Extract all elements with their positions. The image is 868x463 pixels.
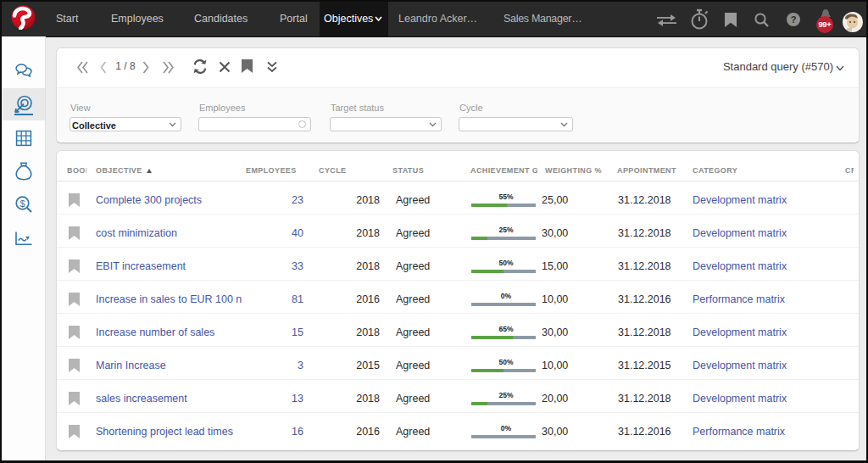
svg-text:$: $ [19, 198, 25, 209]
svg-text:?: ? [791, 14, 797, 25]
